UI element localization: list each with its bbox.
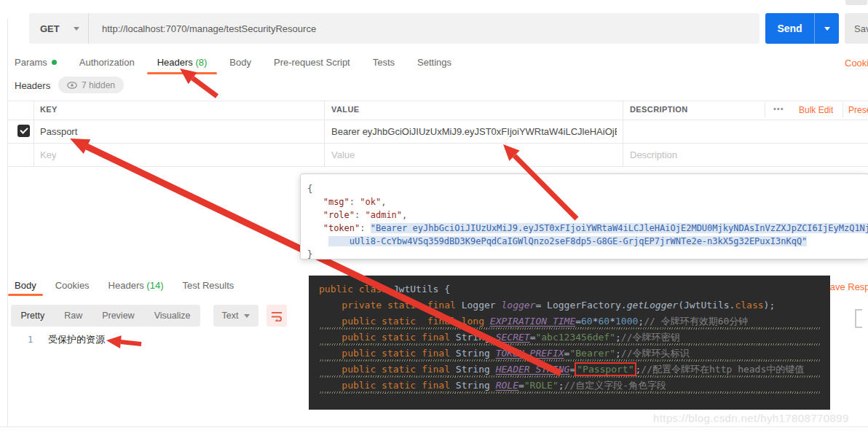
code-lines: public class JwtUtils { private static f… xyxy=(319,281,830,394)
code-line-token xyxy=(319,332,342,343)
postman-window: GET http://localhost:7070/manage/testSec… xyxy=(0,0,868,433)
header-value-cell[interactable]: Bearer eyJhbGciOiJIUzUxMiJ9.eyJST0xFIjoi… xyxy=(331,126,617,137)
code-line: public static final long EXPIRATION_TIME… xyxy=(319,313,830,329)
tab-label: Settings xyxy=(417,57,451,68)
bulk-edit-link[interactable]: Bulk Edit xyxy=(799,105,833,115)
request-url-bar: GET http://localhost:7070/manage/testSec… xyxy=(29,13,760,44)
tab-label: Pre-request Script xyxy=(274,57,350,68)
request-tab-pre-request-script[interactable]: Pre-request Script xyxy=(274,57,350,74)
view-preview[interactable]: Preview xyxy=(99,311,137,321)
method-label: GET xyxy=(40,23,60,34)
wrap-text-button[interactable] xyxy=(267,305,287,327)
method-select[interactable]: GET xyxy=(29,13,89,44)
tab-count: (14) xyxy=(144,280,164,291)
table-border xyxy=(623,101,623,166)
code-line-token: "abc123456def" xyxy=(535,332,615,343)
code-line-token: //配置令牌环在http heads中的键值 xyxy=(641,364,804,375)
json-line-token: { xyxy=(307,184,312,194)
csdn-watermark: https://blog.csdn.net/hyh17808770899 xyxy=(653,412,849,424)
code-line-token: getLogger xyxy=(627,300,678,311)
code-line-token: 60 xyxy=(599,316,610,327)
response-view-switch: PrettyRawPreviewVisualize xyxy=(11,305,200,327)
code-line-token: String xyxy=(456,380,496,391)
code-line-token: "Passport" xyxy=(575,362,636,376)
view-raw[interactable]: Raw xyxy=(61,311,85,321)
code-line-token xyxy=(319,316,342,327)
new-key-input[interactable]: Key xyxy=(40,149,56,160)
code-line-token: public class xyxy=(319,284,393,294)
json-lines: { "msg": "ok", "role": "admin", "token":… xyxy=(307,182,868,260)
code-line-token: public static final xyxy=(342,348,456,359)
url-input[interactable]: http://localhost:7070/manage/testSecurit… xyxy=(89,23,760,34)
save-response-link[interactable]: Save Response xyxy=(824,281,868,292)
json-line-token xyxy=(307,210,323,220)
tab-label: Headers xyxy=(108,280,144,291)
view-visualize[interactable]: Visualize xyxy=(151,311,194,321)
json-line-token: , xyxy=(402,210,407,220)
request-tab-tests[interactable]: Tests xyxy=(373,57,395,74)
json-line-token: "token" xyxy=(323,223,360,233)
header-row-checkbox[interactable] xyxy=(17,125,30,137)
code-line-token xyxy=(319,300,342,311)
code-line-token: "ROLE" xyxy=(524,380,559,391)
table-border xyxy=(765,103,765,117)
json-line: "msg": "ok", xyxy=(307,195,868,208)
send-button[interactable]: Send xyxy=(765,13,839,44)
request-tab-body[interactable]: Body xyxy=(229,57,251,74)
tab-label: Tests xyxy=(373,57,395,68)
format-label: Text xyxy=(222,311,239,321)
code-line-token: (JwtUtils. xyxy=(678,300,735,311)
code-line-token xyxy=(319,348,342,359)
presets-link[interactable]: Presets xyxy=(848,105,868,115)
new-description-input[interactable]: Description xyxy=(630,149,677,160)
json-line-token: : xyxy=(360,223,370,233)
view-pretty[interactable]: Pretty xyxy=(18,311,48,321)
code-line-token: String xyxy=(456,332,496,343)
request-tab-authorization[interactable]: Authorization xyxy=(79,57,135,74)
code-line-token: //自定义字段-角色字段 xyxy=(564,380,666,391)
code-line-token: 60 xyxy=(581,316,593,327)
code-line-token: ); xyxy=(764,300,776,311)
caret-down-icon xyxy=(74,27,79,31)
json-line-token: "msg" xyxy=(323,197,350,207)
code-line: private static final Logger logger= Logg… xyxy=(319,297,830,313)
send-options-button[interactable] xyxy=(815,13,839,44)
save-button[interactable]: Save xyxy=(845,13,868,44)
tab-label: Headers xyxy=(157,57,193,68)
cookies-link[interactable]: Cookies xyxy=(845,58,868,69)
code-line-token: ; xyxy=(559,380,564,391)
code-line-token: //令牌环头标识 xyxy=(621,348,690,359)
code-line-token: * xyxy=(609,316,615,327)
table-border xyxy=(7,166,868,167)
json-line: { xyxy=(307,182,868,195)
code-line-token: //令牌环密钥 xyxy=(621,332,680,343)
response-tab-body[interactable]: Body xyxy=(15,280,36,296)
headers-section-title: Headers xyxy=(15,80,50,91)
table-border xyxy=(7,143,868,144)
hidden-headers-label: 7 hidden xyxy=(82,80,115,90)
new-value-input[interactable]: Value xyxy=(331,149,355,160)
hidden-headers-badge[interactable]: 7 hidden xyxy=(58,77,124,93)
request-tab-headers[interactable]: Headers (8) xyxy=(157,57,208,74)
wrap-text-icon xyxy=(271,311,283,321)
line-number: 1 xyxy=(28,335,33,345)
code-line-token: "Bearer" xyxy=(569,348,615,359)
json-line: "role": "admin", xyxy=(307,208,868,222)
header-key-cell[interactable]: Passport xyxy=(40,126,317,137)
table-border xyxy=(843,103,843,117)
code-line-token: ROLE xyxy=(496,380,518,391)
more-ellipsis-icon[interactable]: ••• xyxy=(773,104,784,113)
format-select[interactable]: Text xyxy=(213,305,259,327)
json-line-token xyxy=(307,223,323,233)
response-tab-headers[interactable]: Headers (14) xyxy=(108,280,164,296)
code-line-token: logger xyxy=(501,300,535,311)
response-tab-test-results[interactable]: Test Results xyxy=(182,280,234,296)
jwtutils-code-snippet: public class JwtUtils { private static f… xyxy=(309,276,830,410)
caret-down-icon xyxy=(824,27,830,31)
send-label[interactable]: Send xyxy=(765,13,815,44)
column-header-key: KEY xyxy=(40,105,58,114)
response-tab-cookies[interactable]: Cookies xyxy=(55,280,90,296)
request-tab-params[interactable]: Params xyxy=(15,57,57,74)
response-body-text: 受保护的资源 xyxy=(48,333,105,346)
request-tab-settings[interactable]: Settings xyxy=(417,57,451,74)
